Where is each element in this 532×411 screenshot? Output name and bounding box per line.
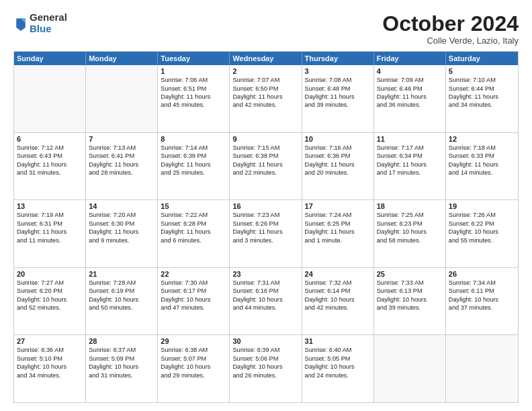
calendar-cell: 5Sunrise: 7:10 AMSunset: 6:44 PMDaylight… bbox=[446, 65, 518, 132]
cell-line: Sunrise: 7:07 AM bbox=[232, 76, 298, 84]
cell-line: Daylight: 10 hours bbox=[17, 363, 83, 371]
cell-line: Sunset: 6:34 PM bbox=[377, 152, 443, 160]
cell-line: and 34 minutes. bbox=[17, 371, 83, 379]
calendar-cell bbox=[86, 65, 158, 132]
logo: General Blue bbox=[13, 12, 67, 34]
logo-general: General bbox=[30, 12, 67, 24]
cell-line: Daylight: 11 hours bbox=[17, 161, 83, 169]
cell-line: Sunrise: 7:32 AM bbox=[305, 279, 371, 287]
calendar-cell bbox=[446, 335, 518, 402]
cell-line: Sunset: 6:19 PM bbox=[89, 287, 154, 295]
day-number: 11 bbox=[377, 135, 443, 143]
cell-line: Daylight: 11 hours bbox=[305, 161, 371, 169]
cell-line: Sunset: 6:22 PM bbox=[449, 220, 515, 228]
day-number: 23 bbox=[232, 270, 298, 278]
cell-line: Sunset: 6:17 PM bbox=[161, 287, 226, 295]
cal-header-cell: Sunday bbox=[14, 52, 86, 65]
cell-line: and 36 minutes. bbox=[377, 101, 443, 109]
cell-line: Daylight: 11 hours bbox=[232, 228, 298, 236]
cell-line: Sunrise: 6:36 AM bbox=[17, 346, 83, 354]
cell-line: Sunset: 6:14 PM bbox=[305, 287, 371, 295]
cell-line: Daylight: 11 hours bbox=[449, 161, 515, 169]
cell-line: Sunrise: 7:17 AM bbox=[377, 144, 443, 152]
cell-line: and 42 minutes. bbox=[232, 101, 298, 109]
cell-line: Sunset: 6:50 PM bbox=[232, 85, 298, 93]
cell-line: and 55 minutes. bbox=[449, 236, 515, 244]
cell-line: and 11 minutes. bbox=[17, 236, 83, 244]
day-number: 29 bbox=[161, 337, 226, 345]
cell-line: Sunrise: 7:20 AM bbox=[89, 211, 154, 219]
cell-line: and 34 minutes. bbox=[449, 101, 515, 109]
day-number: 27 bbox=[17, 337, 83, 345]
calendar-week-row: 6Sunrise: 7:12 AMSunset: 6:43 PMDaylight… bbox=[14, 132, 518, 200]
cell-line: and 52 minutes. bbox=[17, 304, 83, 312]
cell-line: Sunrise: 7:14 AM bbox=[161, 144, 226, 152]
cell-line: Sunrise: 7:10 AM bbox=[449, 76, 515, 84]
day-number: 6 bbox=[17, 135, 83, 143]
calendar-cell: 3Sunrise: 7:08 AMSunset: 6:48 PMDaylight… bbox=[302, 65, 374, 132]
header: General Blue October 2024 Colle Verde, L… bbox=[13, 12, 519, 46]
day-number: 1 bbox=[161, 67, 226, 75]
calendar-cell: 21Sunrise: 7:28 AMSunset: 6:19 PMDayligh… bbox=[86, 268, 158, 335]
day-number: 5 bbox=[449, 67, 515, 75]
cell-line: Sunset: 6:11 PM bbox=[449, 287, 515, 295]
cell-line: and 31 minutes. bbox=[89, 371, 154, 379]
cell-line: and 42 minutes. bbox=[305, 304, 371, 312]
cell-line: Sunset: 6:20 PM bbox=[17, 287, 83, 295]
day-number: 21 bbox=[89, 270, 154, 278]
cell-line: Sunrise: 7:12 AM bbox=[17, 144, 83, 152]
cell-line: Sunset: 5:06 PM bbox=[232, 355, 298, 363]
calendar-cell: 31Sunrise: 6:40 AMSunset: 5:05 PMDayligh… bbox=[302, 335, 374, 402]
cell-line: Daylight: 10 hours bbox=[232, 295, 298, 304]
cell-line: Daylight: 11 hours bbox=[377, 93, 443, 101]
cell-line: Sunrise: 7:06 AM bbox=[161, 76, 226, 84]
cell-line: Sunrise: 7:26 AM bbox=[449, 211, 515, 219]
cal-header-cell: Monday bbox=[86, 52, 158, 65]
calendar: SundayMondayTuesdayWednesdayThursdayFrid… bbox=[13, 51, 519, 403]
calendar-cell: 27Sunrise: 6:36 AMSunset: 5:10 PMDayligh… bbox=[14, 335, 86, 402]
cell-line: Sunset: 6:25 PM bbox=[305, 220, 371, 228]
month-title: October 2024 bbox=[382, 12, 519, 36]
cell-line: Sunset: 5:10 PM bbox=[17, 355, 83, 363]
cell-line: Sunset: 6:41 PM bbox=[89, 152, 154, 160]
cal-header-cell: Tuesday bbox=[158, 52, 230, 65]
cell-line: Daylight: 10 hours bbox=[377, 228, 443, 236]
cell-line: and 45 minutes. bbox=[161, 101, 226, 109]
cell-line: and 39 minutes. bbox=[305, 101, 371, 109]
calendar-cell: 20Sunrise: 7:27 AMSunset: 6:20 PMDayligh… bbox=[14, 268, 86, 335]
cell-line: Daylight: 11 hours bbox=[232, 93, 298, 101]
calendar-cell: 11Sunrise: 7:17 AMSunset: 6:34 PMDayligh… bbox=[374, 133, 446, 200]
cell-line: Daylight: 11 hours bbox=[449, 93, 515, 101]
cell-line: and 47 minutes. bbox=[161, 304, 226, 312]
calendar-cell: 22Sunrise: 7:30 AMSunset: 6:17 PMDayligh… bbox=[158, 268, 230, 335]
calendar-cell: 12Sunrise: 7:18 AMSunset: 6:33 PMDayligh… bbox=[446, 133, 518, 200]
calendar-body: 1Sunrise: 7:06 AMSunset: 6:51 PMDaylight… bbox=[14, 65, 518, 402]
page: General Blue October 2024 Colle Verde, L… bbox=[0, 0, 532, 411]
cell-line: Daylight: 11 hours bbox=[89, 161, 154, 169]
calendar-cell: 19Sunrise: 7:26 AMSunset: 6:22 PMDayligh… bbox=[446, 200, 518, 267]
cell-line: Daylight: 10 hours bbox=[17, 295, 83, 304]
cell-line: Sunset: 6:23 PM bbox=[377, 220, 443, 228]
cell-line: Sunrise: 7:25 AM bbox=[377, 211, 443, 219]
cell-line: and 17 minutes. bbox=[377, 169, 443, 177]
cell-line: Sunrise: 7:19 AM bbox=[17, 211, 83, 219]
calendar-cell: 14Sunrise: 7:20 AMSunset: 6:30 PMDayligh… bbox=[86, 200, 158, 267]
cell-line: Sunset: 6:26 PM bbox=[232, 220, 298, 228]
cell-line: and 25 minutes. bbox=[161, 169, 226, 177]
cell-line: and 31 minutes. bbox=[17, 169, 83, 177]
day-number: 15 bbox=[161, 202, 226, 210]
cell-line: Sunset: 5:05 PM bbox=[305, 355, 371, 363]
cal-header-cell: Friday bbox=[374, 52, 446, 65]
calendar-cell: 18Sunrise: 7:25 AMSunset: 6:23 PMDayligh… bbox=[374, 200, 446, 267]
day-number: 19 bbox=[449, 202, 515, 210]
calendar-week-row: 27Sunrise: 6:36 AMSunset: 5:10 PMDayligh… bbox=[14, 334, 518, 402]
calendar-cell bbox=[14, 65, 86, 132]
calendar-header-row: SundayMondayTuesdayWednesdayThursdayFrid… bbox=[14, 52, 518, 65]
day-number: 7 bbox=[89, 135, 154, 143]
calendar-cell: 17Sunrise: 7:24 AMSunset: 6:25 PMDayligh… bbox=[302, 200, 374, 267]
day-number: 16 bbox=[232, 202, 298, 210]
subtitle: Colle Verde, Lazio, Italy bbox=[382, 36, 519, 46]
cell-line: Sunrise: 7:27 AM bbox=[17, 279, 83, 287]
cell-line: Daylight: 10 hours bbox=[161, 363, 226, 371]
cell-line: and 20 minutes. bbox=[305, 169, 371, 177]
